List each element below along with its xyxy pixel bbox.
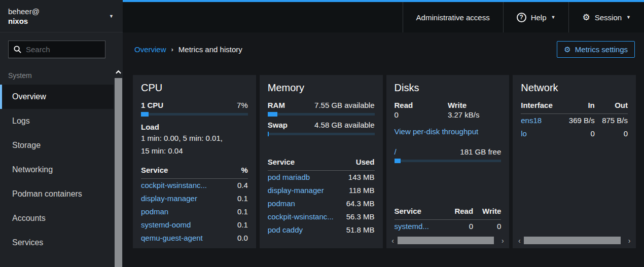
cpu-load-line1: 1 min: 0.00, 5 min: 0.01, [141, 133, 248, 144]
scrollbar-track[interactable] [398, 237, 498, 244]
interface-link[interactable]: ens18 [521, 116, 542, 125]
service-link[interactable]: systemd... [395, 222, 429, 231]
service-memory-used: 118 MB [342, 184, 374, 197]
sidebar-item-accounts[interactable]: Accounts [0, 206, 114, 231]
root-filesystem-link[interactable]: / [395, 147, 397, 156]
disk-usage-progress-fill [395, 159, 401, 163]
service-memory-used: 64.3 MB [342, 197, 374, 210]
table-row: systemd-oomd 0.1 [141, 218, 248, 232]
service-disk-write: 0 [473, 220, 501, 234]
sidebar-item-networking[interactable]: Networking [0, 158, 114, 182]
table-row: ens18 369 B/s 875 B/s [521, 114, 628, 128]
scroll-up-icon[interactable] [115, 68, 122, 76]
administrative-access-label: Administrative access [416, 13, 490, 22]
table-row: display-manager 118 MB [268, 184, 375, 197]
scrollbar-thumb[interactable] [524, 237, 621, 244]
service-link[interactable]: display-manager [268, 186, 324, 195]
memory-service-table: Service Used pod mariadb 143 MB display-… [268, 158, 375, 237]
search-icon [14, 46, 21, 53]
service-cpu-percent: 0.0 [233, 232, 248, 245]
session-menu[interactable]: ⚙ Session ▼ [568, 2, 644, 32]
sidebar-item-services[interactable]: Services [0, 231, 114, 255]
memory-table-header-used: Used [342, 158, 374, 171]
scrollbar-track[interactable] [524, 237, 625, 244]
breadcrumb: Overview › Metrics and history [134, 45, 242, 54]
disks-write-value: 3.27 kB/s [448, 110, 501, 119]
service-link[interactable]: pod caddy [268, 225, 303, 234]
table-row: podman 0.1 [141, 205, 248, 218]
service-memory-used: 143 MB [342, 171, 374, 184]
gear-icon: ⚙ [564, 46, 570, 53]
service-link[interactable]: systemd-oomd [141, 220, 191, 229]
hostname: nixos [8, 16, 40, 26]
swap-available-value: 4.58 GB available [314, 121, 374, 129]
search-input[interactable] [26, 45, 100, 54]
disks-table-header-write: Write [473, 207, 501, 220]
network-horizontal-scrollbar[interactable]: ‹ › [517, 237, 632, 244]
sidebar-item-storage[interactable]: Storage [0, 133, 114, 158]
network-card-title: Network [521, 82, 628, 94]
swap-label: Swap [268, 121, 288, 129]
table-row: pod mariadb 143 MB [268, 171, 375, 184]
sidebar-search[interactable] [8, 41, 105, 58]
memory-card: Memory RAM 7.55 GB available Swap 4.58 G… [260, 75, 383, 248]
disks-read-label: Read [395, 101, 448, 109]
scroll-right-icon[interactable]: › [500, 237, 505, 244]
chevron-right-icon: › [171, 46, 173, 53]
network-table-header-interface: Interface [521, 101, 561, 114]
sidebar-scrollbar[interactable] [115, 68, 122, 267]
sidebar: System Overview Logs Storage Networking … [0, 32, 123, 267]
disks-card: Disks Read Write 0 3.27 kB/s View per-di… [386, 75, 510, 248]
masthead: beheer@ nixos ▼ Administrative access ? … [0, 0, 644, 32]
network-table-header-out: Out [595, 101, 628, 114]
host-switcher[interactable]: beheer@ nixos ▼ [0, 0, 123, 32]
disks-table-header-read: Read [446, 207, 473, 220]
help-label: Help [531, 13, 547, 22]
interface-link[interactable]: lo [521, 129, 527, 138]
service-link[interactable]: qemu-guest-agent [141, 234, 203, 242]
cpu-service-table: Service % cockpit-wsinstanc... 0.4 displ… [141, 166, 248, 245]
service-link[interactable]: podman [141, 207, 168, 216]
help-menu[interactable]: ? Help ▼ [503, 2, 569, 32]
breadcrumb-overview-link[interactable]: Overview [134, 45, 166, 54]
disks-card-title: Disks [395, 82, 502, 94]
interface-out-value: 875 B/s [595, 114, 628, 128]
cpu-card-title: CPU [141, 82, 248, 94]
scrollbar-thumb[interactable] [398, 237, 494, 244]
scroll-left-icon[interactable]: ‹ [390, 237, 396, 244]
service-cpu-percent: 0.1 [233, 192, 248, 205]
service-link[interactable]: podman [268, 199, 295, 208]
scroll-left-icon[interactable]: ‹ [517, 237, 522, 244]
username: beheer@ [8, 7, 40, 16]
administrative-access-button[interactable]: Administrative access [403, 2, 503, 32]
sidebar-item-overview[interactable]: Overview [0, 85, 114, 109]
service-link[interactable]: display-manager [141, 194, 197, 203]
table-row: systemd... 0 0 [395, 220, 502, 234]
disk-usage-progressbar [395, 160, 502, 162]
sidebar-item-podman-containers[interactable]: Podman containers [0, 182, 114, 206]
per-disk-throughput-link[interactable]: View per-disk throughput [395, 127, 479, 136]
cpu-usage-progress-fill [141, 112, 149, 117]
chevron-down-icon: ▼ [626, 15, 631, 20]
disks-read-value: 0 [395, 110, 448, 119]
breadcrumb-current: Metrics and history [178, 45, 242, 54]
metrics-settings-label: Metrics settings [575, 45, 628, 54]
service-link[interactable]: pod mariadb [268, 173, 310, 181]
table-row: qemu-guest-agent 0.0 [141, 232, 248, 245]
disks-horizontal-scrollbar[interactable]: ‹ › [390, 237, 506, 244]
metrics-settings-button[interactable]: ⚙ Metrics settings [557, 41, 635, 58]
scroll-right-icon[interactable]: › [627, 237, 632, 244]
service-link[interactable]: cockpit-wsinstanc... [268, 212, 334, 221]
interface-in-value: 369 B/s [561, 114, 594, 128]
service-link[interactable]: cockpit-wsinstanc... [141, 181, 207, 189]
memory-table-header-service: Service [268, 158, 342, 171]
service-memory-used: 56.3 MB [342, 210, 374, 223]
swap-progress-fill [268, 132, 269, 136]
main-content: Overview › Metrics and history ⚙ Metrics… [123, 32, 644, 267]
table-row: lo 0 0 [521, 127, 628, 140]
service-memory-used: 51.8 MB [342, 223, 374, 237]
masthead-toolbar: Administrative access ? Help ▼ ⚙ Session… [123, 0, 644, 32]
metrics-cards: CPU 1 CPU 7% Load 1 min: 0.00, 5 min: 0.… [133, 75, 636, 248]
sidebar-scrollbar-thumb[interactable] [115, 78, 122, 267]
sidebar-item-logs[interactable]: Logs [0, 109, 114, 133]
